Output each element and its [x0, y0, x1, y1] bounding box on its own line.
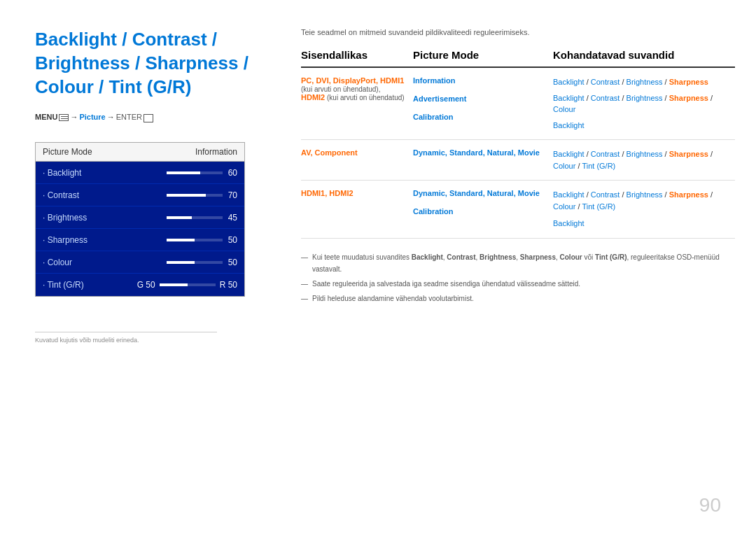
source-pc: PC, DVI, DisplayPort, HDMI1 (kui arvuti … [301, 67, 413, 140]
backlight-row: Backlight 60 [36, 162, 244, 184]
brightness-bar-group: 45 [167, 213, 237, 223]
picture-mode-box: Picture Mode Information Backlight 60 Co… [35, 142, 245, 297]
mode-pc: Information Advertisement Calibration [413, 67, 553, 140]
sharpness-row: Sharpness 50 [36, 229, 244, 251]
brightness-bar-fill [167, 216, 192, 219]
backlight-bar-fill [167, 171, 200, 174]
source-hdmi: HDMI1, HDMI2 [301, 181, 413, 239]
backlight-bar-track [167, 171, 223, 174]
adjustable-av: Backlight / Contrast / Brightness / Shar… [553, 140, 735, 181]
menu-nav: MENU → Picture → ENTER [35, 113, 301, 121]
table-header-row: Sisendallikas Picture Mode Kohandatavad … [301, 49, 735, 67]
brightness-label: Brightness [43, 213, 87, 223]
contrast-label: Contrast [43, 190, 79, 200]
enter-label: ENTER [116, 113, 142, 121]
note-3: — Pildi heleduse alandamine vähendab voo… [301, 293, 735, 304]
note-3-text: Pildi heleduse alandamine vähendab voolu… [312, 293, 474, 304]
colour-value: 50 [228, 258, 237, 267]
contrast-bar-track [167, 194, 223, 197]
note-2: — Saate reguleerida ja salvestada iga se… [301, 278, 735, 290]
backlight-label: Backlight [43, 168, 81, 178]
table-row: AV, Component Dynamic, Standard, Natural… [301, 140, 735, 181]
adjustable-pc-ad: Backlight / Contrast / Brightness / Shar… [553, 92, 735, 115]
note-1: — Kui teete muudatusi suvandites Backlig… [301, 251, 735, 275]
adjustable-av-text: Backlight / Contrast / Brightness / Shar… [553, 148, 735, 171]
adjustable-pc-info: Backlight / Contrast / Brightness / Shar… [553, 76, 735, 88]
mode-calibration-1: Calibration [413, 113, 453, 121]
table-row: HDMI1, HDMI2 Dynamic, Standard, Natural,… [301, 181, 735, 239]
mode-hdmi-modes: Dynamic, Standard, Natural, Movie [413, 189, 540, 197]
intro-text: Teie seadmel on mitmeid suvandeid pildik… [301, 28, 735, 36]
page-container: Backlight / Contrast / Brightness / Shar… [0, 0, 756, 534]
contrast-value: 70 [228, 190, 237, 200]
enter-icon [144, 114, 153, 122]
source-hdmi-text: HDMI1, HDMI2 [301, 189, 354, 197]
adjustable-pc: Backlight / Contrast / Brightness / Shar… [553, 67, 735, 140]
sharpness-label: Sharpness [43, 235, 88, 245]
right-section: Teie seadmel on mitmeid suvandeid pildik… [301, 28, 735, 307]
colour-label: Colour [43, 258, 72, 267]
contrast-bar-group: 70 [167, 190, 237, 200]
colour-bar-track [167, 261, 223, 264]
backlight-value: 60 [228, 168, 237, 178]
notes-section: — Kui teete muudatusi suvandites Backlig… [301, 251, 735, 304]
mode-av-modes: Dynamic, Standard, Natural, Movie [413, 148, 540, 157]
page-number: 90 [699, 494, 721, 517]
mode-information: Information [413, 76, 456, 85]
brightness-bar-track [167, 216, 223, 219]
adjustable-hdmi-calib: Backlight [553, 218, 735, 230]
mode-advertisement: Advertisement [413, 94, 466, 103]
colour-bar-group: 50 [167, 258, 237, 267]
sharpness-value: 50 [228, 235, 237, 245]
picture-mode-header-value: Information [195, 147, 237, 157]
header-sisendallikas: Sisendallikas [301, 49, 413, 67]
source-av: AV, Component [301, 140, 413, 181]
main-title: Backlight / Contrast / Brightness / Shar… [35, 28, 301, 99]
colour-bar-fill [167, 261, 195, 264]
info-table: Sisendallikas Picture Mode Kohandatavad … [301, 49, 735, 239]
arrow1: → [70, 113, 78, 121]
left-section: Backlight / Contrast / Brightness / Shar… [35, 28, 301, 344]
mode-av: Dynamic, Standard, Natural, Movie [413, 140, 553, 181]
mode-hdmi: Dynamic, Standard, Natural, Movie Calibr… [413, 181, 553, 239]
arrow2: → [107, 113, 115, 121]
tint-g-value: G 50 [137, 280, 155, 290]
contrast-bar-fill [167, 194, 206, 197]
adjustable-hdmi-modes: Backlight / Contrast / Brightness / Shar… [553, 189, 735, 212]
adjustable-pc-calib: Backlight [553, 120, 735, 132]
tint-bar-track [160, 283, 216, 286]
mode-calibration-2: Calibration [413, 207, 453, 216]
contrast-row: Contrast 70 [36, 184, 244, 206]
sharpness-bar-group: 50 [167, 235, 237, 245]
picture-mode-header: Picture Mode Information [36, 143, 244, 162]
brightness-row: Brightness 45 [36, 206, 244, 229]
footnote: Kuvatud kujutis võib mudeliti erineda. [35, 332, 217, 344]
menu-label: MENU [35, 113, 57, 121]
tint-label: Tint (G/R) [43, 280, 84, 290]
header-picture-mode: Picture Mode [413, 49, 553, 67]
table-row: PC, DVI, DisplayPort, HDMI1 (kui arvuti … [301, 67, 735, 140]
tint-r-value: R 50 [220, 280, 237, 290]
picture-label: Picture [79, 113, 105, 121]
note-2-text: Saate reguleerida ja salvestada iga sead… [312, 278, 580, 290]
tint-row: Tint (G/R) G 50 R 50 [36, 274, 244, 296]
header-kohandatavad: Kohandatavad suvandid [553, 49, 735, 67]
menu-icon [59, 114, 69, 121]
tint-inner: G 50 R 50 [137, 280, 237, 290]
source-pc-text: PC, DVI, DisplayPort, HDMI1 [301, 76, 404, 85]
colour-row: Colour 50 [36, 251, 244, 274]
adjustable-hdmi: Backlight / Contrast / Brightness / Shar… [553, 181, 735, 239]
sharpness-bar-fill [167, 239, 195, 241]
tint-bar-fill [160, 283, 188, 286]
source-av-text: AV, Component [301, 148, 358, 157]
sharpness-bar-track [167, 239, 223, 241]
picture-mode-header-label: Picture Mode [43, 147, 92, 157]
brightness-value: 45 [228, 213, 237, 223]
note-1-text: Kui teete muudatusi suvandites Backlight… [312, 251, 735, 275]
backlight-bar-group: 60 [167, 168, 237, 178]
